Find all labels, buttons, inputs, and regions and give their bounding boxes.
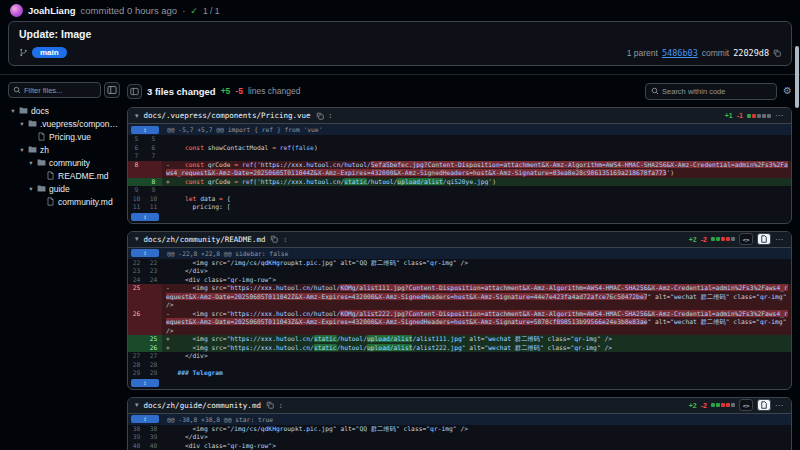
old-line-number[interactable]: 22: [128, 259, 145, 268]
page-scrollbar-thumb[interactable]: [795, 46, 799, 108]
old-line-number[interactable]: 40: [128, 442, 145, 450]
file-path[interactable]: docs/zh/community/README.md: [144, 235, 266, 244]
search-within-code-input[interactable]: [645, 83, 777, 100]
expand-down-button[interactable]: ↕: [131, 213, 159, 221]
code-segment: static: [344, 178, 367, 185]
file-path[interactable]: docs/zh/guide/community.md: [144, 401, 261, 410]
new-line-number[interactable]: 27: [145, 352, 162, 361]
file-options-kebab-icon[interactable]: ⋯: [775, 111, 784, 120]
avatar[interactable]: [10, 4, 23, 17]
sidebar-item-docs[interactable]: ▾docs: [8, 104, 120, 117]
sidebar-item-readme-md[interactable]: README.md: [8, 169, 120, 182]
file-options-kebab-icon[interactable]: ⋯: [775, 401, 784, 410]
old-line-number[interactable]: 26: [128, 310, 145, 336]
collapse-file-tree-button[interactable]: [104, 82, 120, 98]
code-segment: static: [314, 335, 337, 342]
collapse-file-icon[interactable]: ▾: [135, 112, 139, 120]
old-line-number[interactable]: 10: [128, 195, 145, 204]
code-segment: const: [185, 144, 204, 151]
old-line-number[interactable]: 24: [128, 276, 145, 285]
checks-count[interactable]: 1 / 1: [203, 6, 220, 16]
old-line-number[interactable]: [128, 178, 145, 187]
search-within-code-field[interactable]: [662, 87, 771, 96]
file-tree-sidebar: ▾docs▾.vuepress/componentsPricing.vue▾zh…: [8, 82, 120, 450]
sidebar-item-guide[interactable]: ▾guide: [8, 182, 120, 195]
old-line-number[interactable]: 9: [128, 186, 145, 195]
new-line-number[interactable]: 9: [145, 186, 162, 195]
expand-hunk-button[interactable]: ↕: [131, 415, 159, 423]
old-line-number[interactable]: 11: [128, 203, 145, 212]
new-line-number[interactable]: 22: [145, 259, 162, 268]
filter-files-input[interactable]: [8, 82, 101, 98]
sidebar-item--vuepress-components[interactable]: ▾.vuepress/components: [8, 117, 120, 130]
old-line-number[interactable]: 29: [128, 369, 145, 378]
sidebar-item-community[interactable]: ▾community: [8, 156, 120, 169]
new-line-number[interactable]: 28: [145, 361, 162, 370]
expand-down-button[interactable]: ↕: [131, 379, 159, 387]
expand-all-icon[interactable]: ↕: [283, 236, 287, 243]
old-line-number[interactable]: 7: [128, 152, 145, 161]
old-line-number[interactable]: 28: [128, 361, 145, 370]
old-line-number[interactable]: [128, 344, 145, 353]
new-line-number[interactable]: 5: [145, 135, 162, 144]
sidebar-item-community-md[interactable]: community.md: [8, 195, 120, 208]
new-line-number[interactable]: 39: [145, 433, 162, 442]
code-segment: data: [196, 195, 219, 202]
file-path[interactable]: docs/.vuepress/components/Pricing.vue: [144, 111, 311, 120]
new-line-number[interactable]: 7: [145, 152, 162, 161]
code-segment: "qr-img": [570, 344, 600, 351]
file-options-kebab-icon[interactable]: ⋯: [775, 235, 784, 244]
old-line-number[interactable]: 39: [128, 433, 145, 442]
new-line-number[interactable]: 29: [145, 369, 162, 378]
old-line-number[interactable]: [128, 335, 145, 344]
collapse-file-icon[interactable]: ▾: [135, 401, 139, 409]
copy-path-icon[interactable]: [316, 112, 324, 120]
new-line-number[interactable]: 26: [145, 344, 162, 353]
new-line-number[interactable]: 25: [145, 335, 162, 344]
commit-author[interactable]: JoahLiang: [28, 5, 76, 16]
old-line-number[interactable]: 23: [128, 267, 145, 276]
file-icon: [46, 171, 55, 180]
sidebar-item-pricing-vue[interactable]: Pricing.vue: [8, 130, 120, 143]
new-line-number[interactable]: 23: [145, 267, 162, 276]
new-line-number[interactable]: [145, 161, 162, 178]
copy-sha-icon[interactable]: [773, 49, 781, 57]
rich-diff-button[interactable]: [757, 233, 771, 245]
diff-marker: [166, 425, 177, 432]
filter-files-field[interactable]: [24, 86, 96, 95]
old-line-number[interactable]: 27: [128, 352, 145, 361]
source-diff-button[interactable]: <>: [739, 399, 753, 411]
expand-all-icon[interactable]: ↕: [279, 402, 283, 409]
new-line-number[interactable]: 6: [145, 144, 162, 153]
source-diff-button[interactable]: <>: [739, 233, 753, 245]
new-line-number[interactable]: 10: [145, 195, 162, 204]
new-line-number[interactable]: [145, 284, 162, 310]
copy-path-icon[interactable]: [266, 401, 274, 409]
old-line-number[interactable]: 6: [128, 144, 145, 153]
new-line-number[interactable]: 24: [145, 276, 162, 285]
collapse-file-icon[interactable]: ▾: [135, 235, 139, 243]
expand-all-icon[interactable]: ↕: [329, 112, 333, 119]
sidebar-toggle-icon[interactable]: [127, 84, 142, 99]
new-line-number[interactable]: 8: [145, 178, 162, 187]
old-line-number[interactable]: 8: [128, 161, 145, 178]
parent-sha-link[interactable]: 5486b03: [662, 48, 698, 58]
expand-hunk-button[interactable]: ↕: [131, 126, 159, 134]
new-line-number[interactable]: 11: [145, 203, 162, 212]
branch-badge[interactable]: main: [32, 47, 67, 58]
old-line-number[interactable]: 25: [128, 284, 145, 310]
expand-hunk-button[interactable]: ↕: [131, 249, 159, 257]
commit-sha: 22029d8: [733, 48, 769, 58]
new-line-number[interactable]: 40: [145, 442, 162, 450]
commit-label: commit: [702, 48, 729, 58]
checks-passed-icon[interactable]: ✓: [190, 6, 198, 16]
sidebar-item-zh[interactable]: ▾zh: [8, 143, 120, 156]
diff-line: 2828: [128, 361, 791, 370]
new-line-number[interactable]: [145, 310, 162, 336]
old-line-number[interactable]: 5: [128, 135, 145, 144]
copy-path-icon[interactable]: [270, 235, 278, 243]
new-line-number[interactable]: 38: [145, 425, 162, 434]
gear-icon[interactable]: ⚙: [783, 86, 792, 96]
old-line-number[interactable]: 38: [128, 425, 145, 434]
rich-diff-button[interactable]: [757, 399, 771, 411]
